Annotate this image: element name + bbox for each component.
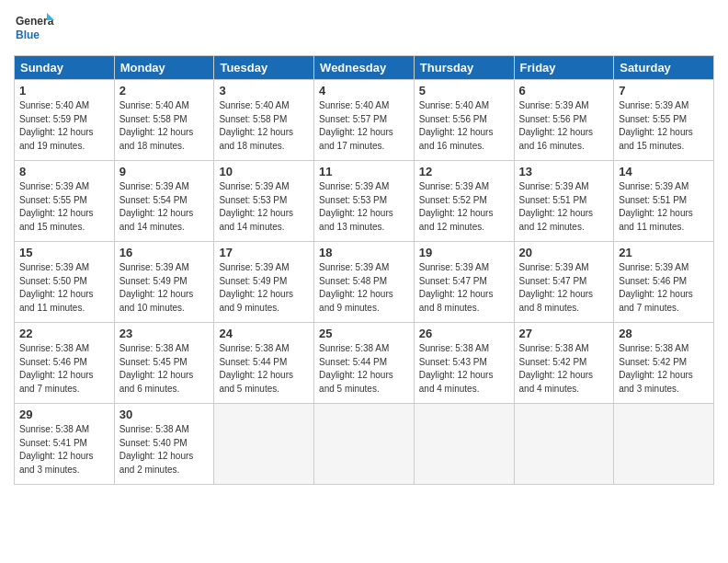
- weekday-wednesday: Wednesday: [314, 56, 415, 80]
- weekday-tuesday: Tuesday: [214, 56, 314, 80]
- header: General Blue: [14, 9, 714, 50]
- calendar-day-empty: [614, 404, 714, 485]
- calendar-day-empty: [314, 404, 415, 485]
- logo: General Blue: [14, 9, 54, 50]
- calendar-day-17: 17Sunrise: 5:39 AMSunset: 5:49 PMDayligh…: [214, 242, 314, 323]
- calendar-day-20: 20Sunrise: 5:39 AMSunset: 5:47 PMDayligh…: [514, 242, 614, 323]
- calendar-week-4: 29Sunrise: 5:38 AMSunset: 5:41 PMDayligh…: [15, 404, 714, 485]
- calendar-day-15: 15Sunrise: 5:39 AMSunset: 5:50 PMDayligh…: [15, 242, 115, 323]
- weekday-header-row: SundayMondayTuesdayWednesdayThursdayFrid…: [15, 56, 714, 80]
- logo-svg: General Blue: [14, 9, 54, 50]
- calendar-day-11: 11Sunrise: 5:39 AMSunset: 5:53 PMDayligh…: [314, 161, 415, 242]
- weekday-friday: Friday: [514, 56, 614, 80]
- calendar-week-1: 8Sunrise: 5:39 AMSunset: 5:55 PMDaylight…: [15, 161, 714, 242]
- calendar-day-10: 10Sunrise: 5:39 AMSunset: 5:53 PMDayligh…: [214, 161, 314, 242]
- calendar-day-3: 3Sunrise: 5:40 AMSunset: 5:58 PMDaylight…: [214, 80, 314, 161]
- calendar-day-22: 22Sunrise: 5:38 AMSunset: 5:46 PMDayligh…: [15, 323, 115, 404]
- weekday-thursday: Thursday: [414, 56, 514, 80]
- calendar-day-1: 1Sunrise: 5:40 AMSunset: 5:59 PMDaylight…: [15, 80, 115, 161]
- calendar-day-8: 8Sunrise: 5:39 AMSunset: 5:55 PMDaylight…: [15, 161, 115, 242]
- calendar-day-28: 28Sunrise: 5:38 AMSunset: 5:42 PMDayligh…: [614, 323, 714, 404]
- calendar-day-16: 16Sunrise: 5:39 AMSunset: 5:49 PMDayligh…: [114, 242, 214, 323]
- calendar-day-9: 9Sunrise: 5:39 AMSunset: 5:54 PMDaylight…: [114, 161, 214, 242]
- calendar-day-19: 19Sunrise: 5:39 AMSunset: 5:47 PMDayligh…: [414, 242, 514, 323]
- calendar-day-empty: [514, 404, 614, 485]
- calendar-day-30: 30Sunrise: 5:38 AMSunset: 5:40 PMDayligh…: [114, 404, 214, 485]
- calendar-day-23: 23Sunrise: 5:38 AMSunset: 5:45 PMDayligh…: [114, 323, 214, 404]
- weekday-monday: Monday: [114, 56, 214, 80]
- calendar-day-27: 27Sunrise: 5:38 AMSunset: 5:42 PMDayligh…: [514, 323, 614, 404]
- weekday-sunday: Sunday: [15, 56, 115, 80]
- svg-text:Blue: Blue: [16, 29, 40, 41]
- page: General Blue SundayMondayTuesdayWednesda…: [0, 0, 728, 563]
- calendar-day-18: 18Sunrise: 5:39 AMSunset: 5:48 PMDayligh…: [314, 242, 415, 323]
- calendar-day-7: 7Sunrise: 5:39 AMSunset: 5:55 PMDaylight…: [614, 80, 714, 161]
- calendar-day-12: 12Sunrise: 5:39 AMSunset: 5:52 PMDayligh…: [414, 161, 514, 242]
- calendar-week-2: 15Sunrise: 5:39 AMSunset: 5:50 PMDayligh…: [15, 242, 714, 323]
- calendar-table: SundayMondayTuesdayWednesdayThursdayFrid…: [14, 55, 714, 485]
- calendar-day-26: 26Sunrise: 5:38 AMSunset: 5:43 PMDayligh…: [414, 323, 514, 404]
- calendar-day-13: 13Sunrise: 5:39 AMSunset: 5:51 PMDayligh…: [514, 161, 614, 242]
- calendar-day-29: 29Sunrise: 5:38 AMSunset: 5:41 PMDayligh…: [15, 404, 115, 485]
- calendar-day-2: 2Sunrise: 5:40 AMSunset: 5:58 PMDaylight…: [114, 80, 214, 161]
- calendar-day-21: 21Sunrise: 5:39 AMSunset: 5:46 PMDayligh…: [614, 242, 714, 323]
- calendar-day-24: 24Sunrise: 5:38 AMSunset: 5:44 PMDayligh…: [214, 323, 314, 404]
- calendar-day-6: 6Sunrise: 5:39 AMSunset: 5:56 PMDaylight…: [514, 80, 614, 161]
- weekday-saturday: Saturday: [614, 56, 714, 80]
- calendar-week-3: 22Sunrise: 5:38 AMSunset: 5:46 PMDayligh…: [15, 323, 714, 404]
- calendar-day-5: 5Sunrise: 5:40 AMSunset: 5:56 PMDaylight…: [414, 80, 514, 161]
- calendar-day-4: 4Sunrise: 5:40 AMSunset: 5:57 PMDaylight…: [314, 80, 415, 161]
- calendar-day-empty: [214, 404, 314, 485]
- calendar-week-0: 1Sunrise: 5:40 AMSunset: 5:59 PMDaylight…: [15, 80, 714, 161]
- calendar-day-empty: [414, 404, 514, 485]
- calendar-day-25: 25Sunrise: 5:38 AMSunset: 5:44 PMDayligh…: [314, 323, 415, 404]
- calendar-day-14: 14Sunrise: 5:39 AMSunset: 5:51 PMDayligh…: [614, 161, 714, 242]
